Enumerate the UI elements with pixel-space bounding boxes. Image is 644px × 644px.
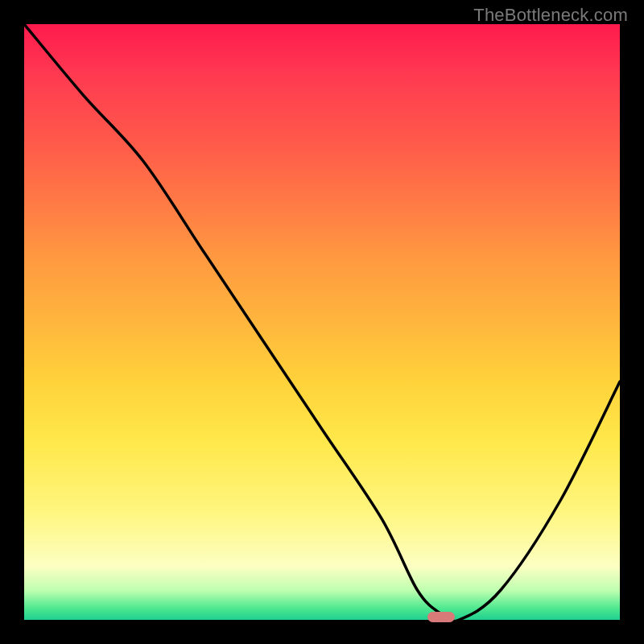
curve-svg [24, 24, 620, 620]
optimal-marker [427, 612, 455, 622]
chart-container: TheBottleneck.com [0, 0, 644, 644]
watermark-text: TheBottleneck.com [473, 5, 628, 26]
plot-area [24, 24, 620, 620]
bottleneck-curve [24, 24, 620, 620]
